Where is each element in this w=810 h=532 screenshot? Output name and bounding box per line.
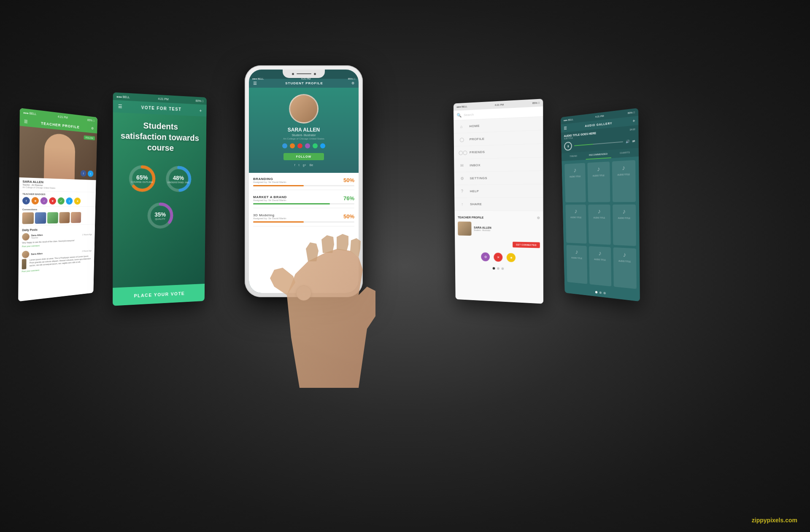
student-name: SARA ALLEN — [253, 127, 354, 133]
app-icon-3[interactable]: ★ — [507, 253, 516, 262]
audio-item-1-title: AUDIO TITLE — [570, 175, 580, 178]
audio-dot-2 — [599, 291, 602, 294]
badge-2: ★ — [32, 197, 39, 204]
home-icon: ⌂ — [458, 124, 464, 129]
audio-item-5[interactable]: ♪ AUDIO TITLE — [588, 205, 610, 245]
conn-5 — [71, 212, 81, 223]
status-time: 4:21 PM — [58, 115, 68, 119]
volume-icon: 🔊 — [626, 140, 630, 144]
note-icon-2: ♪ — [597, 165, 600, 173]
post-2: Sara Allen 2 Hours Ago Lorem ipsum dolor… — [22, 247, 92, 273]
student-follow-button[interactable]: FOLLOW — [284, 153, 324, 160]
audio-item-1[interactable]: ♪ AUDIO TITLE — [564, 163, 586, 203]
social-fb: f — [294, 164, 295, 167]
menu-settings[interactable]: ⚙ SETTINGS — [454, 171, 543, 185]
app-icon-1[interactable]: ⚙ — [481, 253, 490, 262]
search-input[interactable]: Search — [464, 110, 540, 117]
teacher-profile-screen: ●●● BELL 4:21 PM 85% □ ☰ TEACHER PROFILE… — [18, 108, 97, 301]
social-be: Be — [310, 164, 313, 167]
profile-label: PROFILE — [470, 137, 485, 141]
audio-item-3-title: AUDIO TITLE — [617, 173, 630, 176]
audio-item-7-title: AUDIO TITLE — [571, 256, 582, 259]
audio-item-6[interactable]: ♪ AUDIO TITLE — [613, 204, 636, 246]
audio-status-time: 4:21 PM — [595, 115, 604, 118]
help-icon: ? — [459, 189, 465, 194]
app-icon-2[interactable]: ✕ — [494, 253, 502, 262]
audio-grid: ♪ AUDIO TITLE ♪ AUDIO TITLE ♪ AUDIO TITL… — [562, 156, 640, 293]
audio-item-9[interactable]: ♪ AUDIO TITLE — [613, 247, 637, 289]
vote-title: VOTE FOR TEST — [122, 104, 200, 113]
course2-assigned: Assigned by: Sir David Martin — [253, 199, 287, 202]
dot-lightblue — [320, 143, 325, 148]
chart3-pct: 35% — [154, 211, 166, 218]
audio-status-battery: 80% □ — [628, 111, 635, 114]
dot-3 — [502, 267, 504, 270]
daily-posts-label: Daily Posts — [22, 227, 92, 231]
teacher-mini-role: Student - Illustrator — [474, 229, 540, 232]
menu-inbox[interactable]: ✉ INBOX — [454, 157, 543, 172]
get-connected-button[interactable]: GET CONNECTED — [513, 242, 540, 248]
friends-icon: ◯◯ — [459, 150, 465, 155]
course2-pct: 76% — [343, 195, 354, 202]
watermark-suffix: .com — [783, 517, 797, 524]
post-1: Sara Allen Teacher 2 Hours Ago Very happ… — [22, 231, 92, 248]
audio-item-3[interactable]: ♪ AUDIO TITLE — [612, 160, 636, 202]
status-battery: 85% □ — [87, 118, 94, 122]
share-label: SHARE — [470, 202, 482, 206]
phone-notch — [283, 70, 325, 78]
badge-7: ✦ — [74, 198, 81, 205]
share-icon: ↑ — [459, 202, 465, 206]
watermark-highlight: pixels — [767, 517, 784, 524]
speaker — [297, 73, 311, 74]
vote-status-signal: ●●● BELL — [116, 95, 130, 99]
audio-dot-1 — [595, 291, 597, 293]
watermark: zippypixels.com — [752, 517, 797, 524]
audio-item-5-title: AUDIO TITLE — [594, 217, 605, 219]
student-profile-title: STUDENT PROFILE — [285, 81, 323, 85]
audio-item-8-title: AUDIO TITLE — [594, 258, 606, 261]
audio-gallery-title: AUDIO GALLERY — [585, 122, 612, 128]
audio-item-8[interactable]: ♪ AUDIO TITLE — [589, 246, 611, 286]
student-avatar — [289, 94, 319, 124]
camera-2 — [314, 73, 316, 75]
conn-2 — [35, 212, 46, 223]
search-status-signal: ●●● BELL — [456, 105, 467, 108]
menu-share[interactable]: ↑ SHARE — [454, 198, 543, 211]
dot-1 — [493, 267, 495, 270]
audio-status-signal: ●●● BELL — [564, 118, 573, 121]
post1-time: 2 Hours Ago — [82, 233, 92, 236]
vote-heading: Students satisfaction towards course — [119, 119, 201, 154]
course-market: MARKET A BRAND Assigned by: Sir David Ma… — [253, 195, 354, 208]
place-vote-button[interactable]: PLACE YOUR VOTE — [119, 290, 199, 299]
note-icon-6: ♪ — [622, 208, 626, 215]
note-icon-1: ♪ — [573, 167, 576, 174]
audio-item-7[interactable]: ♪ AUDIO TITLE — [567, 245, 588, 284]
audio-item-4-title: AUDIO TITLE — [570, 216, 581, 219]
chart-understanding: 48% UNDERSTAND- ING — [163, 164, 193, 194]
menu-help[interactable]: ? HELP — [454, 184, 543, 198]
main-scene: ●●● BELL 4:21 PM 85% □ ☰ TEACHER PROFILE… — [0, 0, 810, 532]
social-g: g+ — [303, 164, 306, 167]
conn-1 — [22, 212, 34, 224]
audio-item-2[interactable]: ♪ AUDIO TITLE — [588, 161, 610, 202]
note-icon-9: ♪ — [623, 251, 626, 258]
audio-item-4[interactable]: ♪ AUDIO TITLE — [565, 205, 586, 244]
settings-label: SETTINGS — [470, 176, 487, 180]
conn-3 — [47, 212, 58, 223]
color-dots — [253, 143, 354, 148]
status-signal: ●●● BELL — [23, 111, 37, 116]
connections-row — [22, 212, 93, 224]
badges-row: f ★ ♪ ♥ ✓ t ✦ — [22, 197, 93, 204]
badge-1: f — [22, 197, 30, 204]
follow-button[interactable]: FOLLOW — [84, 135, 95, 140]
course2-bar — [253, 203, 354, 204]
audio-time: 14:10 — [630, 128, 635, 137]
course1-name: BRANDING — [253, 177, 286, 181]
pause-button[interactable]: ⏸ — [564, 142, 572, 151]
menu-friends[interactable]: ◯◯ FRIENDS — [454, 144, 543, 159]
note-icon-8: ♪ — [598, 250, 601, 257]
camera — [292, 73, 294, 75]
dot-2 — [497, 267, 500, 270]
social-tw: t — [299, 164, 300, 167]
post2-author: Sara Allen — [31, 252, 43, 255]
